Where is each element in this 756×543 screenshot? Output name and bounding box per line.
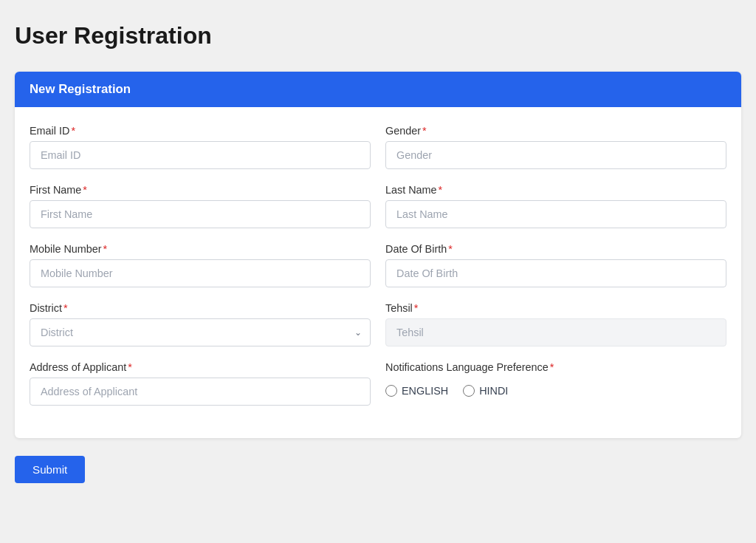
email-required-star: *	[71, 125, 75, 137]
hindi-radio-label[interactable]: HINDI	[463, 385, 508, 397]
mobile-number-label: Mobile Number*	[30, 243, 371, 255]
tehsil-group: Tehsil* Tehsil	[385, 302, 726, 346]
english-radio-label[interactable]: ENGLISH	[385, 385, 448, 397]
address-required-star: *	[128, 361, 132, 373]
language-radio-group: ENGLISH HINDI	[385, 378, 726, 397]
row-district-tehsil: District* District ⌄ Tehsil* Tehsil	[30, 302, 726, 346]
english-radio-text: ENGLISH	[402, 385, 448, 397]
submit-button[interactable]: Submit	[15, 456, 85, 483]
dob-required-star: *	[448, 243, 453, 255]
district-select-wrapper: District ⌄	[30, 318, 371, 346]
mobile-number-group: Mobile Number*	[30, 243, 371, 287]
date-of-birth-input[interactable]	[385, 259, 726, 287]
notifications-group: Notifications Language Preference* ENGLI…	[385, 361, 726, 406]
notifications-required-star: *	[550, 361, 554, 373]
english-radio-input[interactable]	[385, 385, 397, 397]
gender-required-star: *	[422, 125, 427, 137]
page-title: User Registration	[15, 15, 741, 57]
first-name-label: First Name*	[30, 184, 371, 196]
tehsil-required-star: *	[414, 302, 419, 314]
registration-form-card: New Registration Email ID* Gender* First	[15, 72, 741, 438]
mobile-number-input[interactable]	[30, 259, 371, 287]
form-header: New Registration	[15, 72, 741, 107]
lastname-required-star: *	[439, 184, 443, 196]
gender-group: Gender*	[385, 125, 726, 169]
last-name-label: Last Name*	[385, 184, 726, 196]
first-name-input[interactable]	[30, 200, 371, 228]
district-group: District* District ⌄	[30, 302, 371, 346]
address-group: Address of Applicant*	[30, 361, 371, 406]
email-id-label: Email ID*	[30, 125, 371, 137]
gender-input[interactable]	[385, 141, 726, 169]
email-id-group: Email ID*	[30, 125, 371, 169]
gender-label: Gender*	[385, 125, 726, 137]
hindi-radio-input[interactable]	[463, 385, 475, 397]
date-of-birth-group: Date Of Birth*	[385, 243, 726, 287]
mobile-required-star: *	[103, 243, 108, 255]
address-input[interactable]	[30, 378, 371, 406]
last-name-group: Last Name*	[385, 184, 726, 228]
row-mobile-dob: Mobile Number* Date Of Birth*	[30, 243, 726, 287]
district-label: District*	[30, 302, 371, 314]
address-label: Address of Applicant*	[30, 361, 371, 373]
row-address-notifications: Address of Applicant* Notifications Lang…	[30, 361, 726, 406]
tehsil-input-disabled: Tehsil	[385, 318, 726, 346]
last-name-input[interactable]	[385, 200, 726, 228]
email-id-input[interactable]	[30, 141, 371, 169]
notifications-label: Notifications Language Preference*	[385, 361, 726, 373]
firstname-required-star: *	[83, 184, 87, 196]
first-name-group: First Name*	[30, 184, 371, 228]
district-required-star: *	[63, 302, 68, 314]
row-email-gender: Email ID* Gender*	[30, 125, 726, 169]
date-of-birth-label: Date Of Birth*	[385, 243, 726, 255]
hindi-radio-text: HINDI	[479, 385, 508, 397]
form-body: Email ID* Gender* First Name* L	[15, 107, 741, 438]
row-firstname-lastname: First Name* Last Name*	[30, 184, 726, 228]
district-select[interactable]: District	[30, 318, 371, 346]
tehsil-label: Tehsil*	[385, 302, 726, 314]
